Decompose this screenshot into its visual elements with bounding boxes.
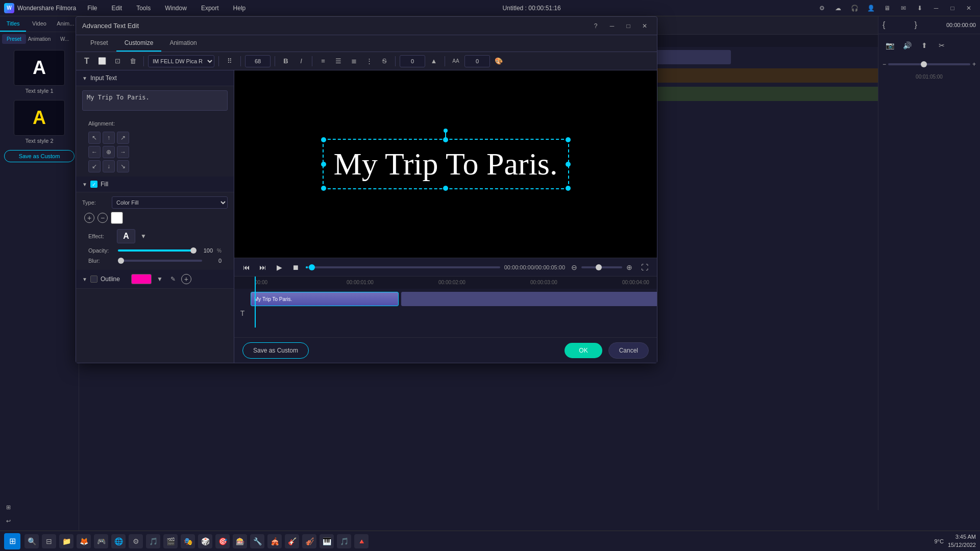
align-middle-center[interactable]: ⊕: [103, 146, 115, 158]
export-icon[interactable]: ⬆: [917, 38, 932, 53]
save-as-custom-button[interactable]: Save as Custom: [242, 342, 309, 359]
sidebar-tab-titles[interactable]: Titles: [0, 16, 26, 32]
transport-prev-frame[interactable]: ⏭: [257, 261, 269, 273]
sidebar-sub-preset[interactable]: Preset: [2, 34, 26, 44]
preview-text[interactable]: My Trip To Paris.: [323, 139, 569, 189]
taskbar-firefox[interactable]: 🦊: [77, 534, 91, 548]
dialog-close-button[interactable]: ✕: [639, 21, 651, 31]
preview-clip-1[interactable]: My Trip To Paris.: [251, 292, 399, 306]
start-button[interactable]: ⊞: [4, 533, 20, 549]
playhead[interactable]: [255, 277, 256, 328]
input-text-field[interactable]: My Trip To Paris.: [82, 90, 228, 111]
text-style-1-preview[interactable]: A: [14, 50, 65, 86]
headphone-button[interactable]: 🎧: [847, 3, 862, 13]
sidebar-sub-w[interactable]: W...: [53, 34, 77, 44]
dialog-tab-customize[interactable]: Customize: [116, 35, 162, 52]
align-middle-right[interactable]: →: [117, 146, 129, 158]
zoom-plus-icon[interactable]: +: [972, 61, 976, 68]
zoom-out-button[interactable]: ⊖: [569, 262, 579, 272]
dialog-minimize-button[interactable]: ─: [606, 21, 618, 31]
taskbar-icon12[interactable]: 🎰: [233, 534, 247, 548]
menu-edit[interactable]: Edit: [109, 3, 126, 14]
rotation-handle[interactable]: [444, 129, 448, 133]
opacity-slider[interactable]: [118, 249, 193, 252]
sidebar-bottom-undo[interactable]: ↩: [4, 516, 75, 527]
fill-type-select[interactable]: Color Fill: [112, 196, 228, 209]
audio-icon[interactable]: 🔊: [900, 38, 914, 53]
taskbar-vlc[interactable]: 🔺: [354, 534, 369, 548]
align-right-button[interactable]: ≣: [347, 55, 360, 68]
transport-progress-bar[interactable]: [306, 266, 500, 268]
sidebar-save-custom-button[interactable]: Save as Custom: [4, 150, 75, 162]
preview-text-container[interactable]: My Trip To Paris.: [323, 139, 569, 189]
italic-button[interactable]: I: [295, 55, 308, 68]
align-bottom-right[interactable]: ↘: [117, 160, 129, 172]
menu-file[interactable]: File: [84, 3, 100, 14]
mail-button[interactable]: ✉: [896, 3, 911, 13]
spacing-up-button[interactable]: ▲: [427, 55, 440, 68]
align-middle-left[interactable]: ←: [88, 146, 101, 158]
camera-icon[interactable]: 📷: [883, 38, 897, 53]
sidebar-sub-animation[interactable]: Animation: [27, 34, 52, 44]
dialog-help-button[interactable]: ?: [590, 21, 602, 31]
effect-preview[interactable]: A: [117, 229, 135, 243]
input-text-header[interactable]: ▼ Input Text: [76, 70, 234, 86]
screen-button[interactable]: 🖥: [880, 3, 894, 13]
handle-middle-right[interactable]: [566, 162, 571, 167]
color-remove-button[interactable]: −: [97, 213, 108, 223]
text-case-button[interactable]: AA: [449, 55, 462, 68]
text-style-2-preview[interactable]: A: [14, 100, 65, 136]
bold-button[interactable]: B: [279, 55, 292, 68]
taskbar-icon10[interactable]: 🎲: [198, 534, 212, 548]
transform-button[interactable]: ⬜: [95, 55, 109, 68]
outline-dropdown-button[interactable]: ▼: [155, 274, 165, 284]
align-top-center[interactable]: ↑: [103, 132, 115, 144]
menu-window[interactable]: Window: [162, 3, 190, 14]
download-button[interactable]: ⬇: [913, 3, 927, 13]
taskbar-icon7[interactable]: 🎵: [146, 534, 160, 548]
win-close-button[interactable]: ✕: [962, 3, 976, 13]
font-size-input[interactable]: [245, 55, 271, 67]
zoom-in-button[interactable]: ⊕: [624, 262, 634, 272]
menu-help[interactable]: Help: [230, 3, 249, 14]
sidebar-bottom-grid[interactable]: ⊞: [4, 502, 75, 513]
handle-top-left[interactable]: [321, 137, 326, 142]
align-bottom-left[interactable]: ↙: [88, 160, 101, 172]
fill-checkbox[interactable]: ✓: [90, 181, 97, 188]
taskbar-nvidia[interactable]: 🎮: [94, 534, 108, 548]
cloud-button[interactable]: ☁: [831, 3, 845, 13]
align-justify-button[interactable]: ⋮: [362, 55, 376, 68]
sidebar-tab-anim[interactable]: Anim...: [53, 16, 79, 32]
taskbar-icon13[interactable]: 🔧: [250, 534, 264, 548]
win-maximize-button[interactable]: □: [945, 3, 960, 13]
color-swatch[interactable]: [111, 212, 123, 224]
taskbar-icon17[interactable]: 🎹: [320, 534, 334, 548]
dialog-maximize-button[interactable]: □: [622, 21, 634, 31]
text-spacing-input[interactable]: [400, 55, 425, 67]
handle-top-right[interactable]: [566, 137, 571, 142]
align-bottom-center[interactable]: ↓: [103, 160, 115, 172]
align-top-right[interactable]: ↗: [117, 132, 129, 144]
delete-button[interactable]: 🗑: [126, 55, 139, 68]
menu-tools[interactable]: Tools: [133, 3, 154, 14]
taskbar-spotify[interactable]: 🎵: [337, 534, 351, 548]
taskbar-icon8[interactable]: 🎬: [163, 534, 178, 548]
braces-left-icon[interactable]: {: [883, 20, 885, 30]
taskbar-icon9[interactable]: 🎭: [181, 534, 195, 548]
scissors-icon[interactable]: ✂: [935, 38, 949, 53]
color-add-button[interactable]: +: [84, 213, 94, 223]
dialog-tab-preset[interactable]: Preset: [82, 35, 116, 52]
minimize-button[interactable]: ⚙: [815, 3, 829, 13]
font-family-select[interactable]: IM FELL DW Pica R: [148, 55, 214, 67]
taskbar-icon14[interactable]: 🎪: [267, 534, 282, 548]
text-tool-button[interactable]: T: [80, 55, 93, 68]
transport-fullscreen[interactable]: ⛶: [639, 261, 651, 273]
outline-color-swatch[interactable]: [131, 274, 152, 284]
outline-add-button[interactable]: +: [181, 274, 191, 284]
zoom-slider[interactable]: [581, 266, 622, 268]
rp-zoom-slider[interactable]: [888, 63, 970, 65]
transport-play[interactable]: ▶: [273, 261, 285, 273]
taskbar-icon6[interactable]: ⚙: [129, 534, 143, 548]
sidebar-tab-video[interactable]: Video: [26, 16, 52, 32]
text-spacing-button[interactable]: ⠿: [223, 55, 236, 68]
